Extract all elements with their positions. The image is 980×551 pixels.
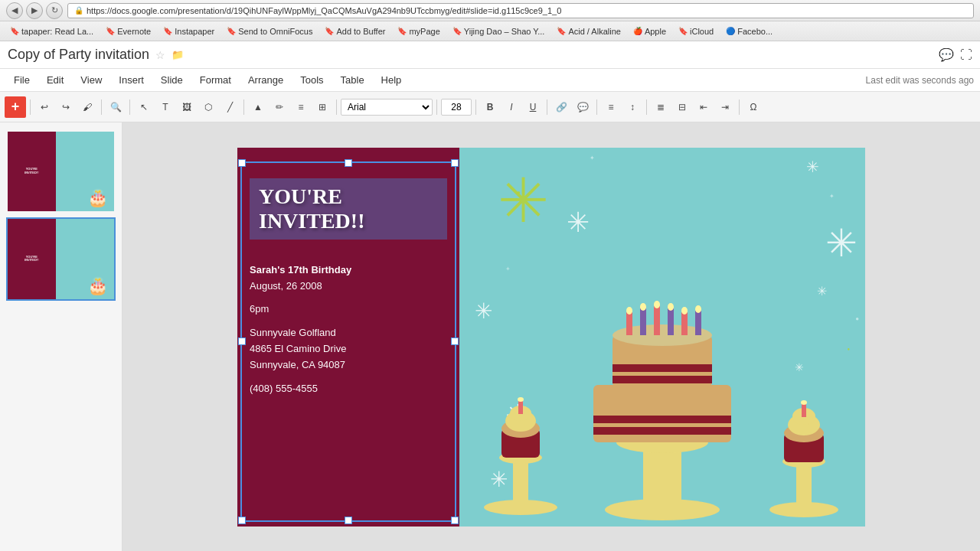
handle-bot-center[interactable] xyxy=(345,517,352,524)
paint-format-button[interactable]: 🖌 xyxy=(77,97,97,117)
refresh-button[interactable]: ↻ xyxy=(46,2,63,19)
menu-arrange[interactable]: Arrange xyxy=(240,71,291,89)
folder-icon[interactable]: 📁 xyxy=(172,49,184,60)
bookmark-omnifocus[interactable]: 🔖 Send to OmniFocus xyxy=(221,25,318,37)
shape-tool[interactable]: ⬡ xyxy=(198,97,218,117)
editor-area[interactable]: YOU'RE INVITED!! Sarah's 17th Birthday A… xyxy=(122,122,980,551)
invited-line2: INVITED!! xyxy=(259,209,364,233)
indent-decrease-button[interactable]: ⇤ xyxy=(694,97,714,117)
chat-icon[interactable]: 💬 xyxy=(939,47,954,62)
slide-left-panel: YOU'RE INVITED!! Sarah's 17th Birthday A… xyxy=(237,148,459,527)
handle-top-left[interactable] xyxy=(238,159,246,167)
doc-title[interactable]: Copy of Party invitation xyxy=(8,47,149,63)
title-area: Copy of Party invitation ☆ 📁 💬 ⛶ xyxy=(0,41,980,69)
image-tool[interactable]: 🖼 xyxy=(177,97,197,117)
menu-help[interactable]: Help xyxy=(374,71,410,89)
event-addr1: 4865 El Camino Drive xyxy=(250,341,447,357)
menu-view[interactable]: View xyxy=(73,71,109,89)
menu-format[interactable]: Format xyxy=(192,71,239,89)
add-slide-button[interactable]: + xyxy=(5,96,26,118)
toolbar-separator xyxy=(547,99,547,115)
bold-button[interactable]: B xyxy=(480,97,500,117)
slide-thumbnail-1[interactable]: YOU'REINVITED!! 🎂 xyxy=(6,130,116,213)
handle-mid-right[interactable] xyxy=(451,337,459,345)
svg-rect-21 xyxy=(654,306,660,335)
event-spacer2 xyxy=(250,318,447,325)
bookmark-label: Send to OmniFocus xyxy=(238,27,312,36)
address-bar[interactable]: 🔒 https://docs.google.com/presentation/d… xyxy=(67,3,974,18)
handle-bot-left[interactable] xyxy=(238,517,246,524)
bookmark-label: iCloud xyxy=(690,27,714,36)
forward-button[interactable]: ▶ xyxy=(26,2,43,19)
bookmark-apple[interactable]: 🍎 Apple xyxy=(628,25,671,37)
italic-button[interactable]: I xyxy=(501,97,521,117)
bookmark-instapaper[interactable]: 🔖 Instapaper xyxy=(158,25,220,37)
snowflake-3: ✳ xyxy=(567,209,590,236)
underline-button[interactable]: U xyxy=(523,97,543,117)
bookmark-label: Yijing Dao – Shao Y... xyxy=(464,27,545,36)
undo-button[interactable]: ↩ xyxy=(34,97,54,117)
menu-slide[interactable]: Slide xyxy=(153,71,191,89)
comment-button[interactable]: 💬 xyxy=(573,97,593,117)
menu-tools[interactable]: Tools xyxy=(292,71,331,89)
bookmark-evernote[interactable]: 🔖 Evernote xyxy=(100,25,156,37)
event-spacer xyxy=(250,294,447,302)
bullets-button[interactable]: ≣ xyxy=(651,97,671,117)
font-family-selector[interactable]: Arial xyxy=(341,99,433,116)
toolbar-separator xyxy=(101,99,102,115)
handle-top-center-edge[interactable] xyxy=(345,159,352,167)
handle-bot-right[interactable] xyxy=(451,517,459,524)
menu-insert[interactable]: Insert xyxy=(111,71,152,89)
redo-button[interactable]: ↪ xyxy=(56,97,76,117)
fill-color-button[interactable]: ▲ xyxy=(248,97,268,117)
align-left-button[interactable]: ≡ xyxy=(601,97,621,117)
menu-edit[interactable]: Edit xyxy=(39,71,71,89)
border-color-button[interactable]: ✏ xyxy=(270,97,289,117)
back-button[interactable]: ◀ xyxy=(6,2,23,19)
bookmark-icon: 🔖 xyxy=(163,27,172,35)
thumb-title-1: YOU'REINVITED!! xyxy=(24,168,38,175)
text-tool[interactable]: T xyxy=(155,97,175,117)
bookmark-mypage[interactable]: 🔖 myPage xyxy=(392,25,445,37)
svg-rect-38 xyxy=(802,403,806,417)
svg-rect-14 xyxy=(593,427,731,435)
line-tool[interactable]: ╱ xyxy=(220,97,240,117)
slide-thumbnail-2[interactable]: YOU'REINVITED!! 🎂 xyxy=(6,217,116,300)
menu-table[interactable]: Table xyxy=(333,71,372,89)
toolbar: + ↩ ↪ 🖌 🔍 ↖ T 🖼 ⬡ ╱ ▲ ✏ ≡ ⊞ Arial B I U … xyxy=(0,92,980,122)
star-icon[interactable]: ☆ xyxy=(155,49,165,61)
numbered-list-button[interactable]: ⊟ xyxy=(672,97,692,117)
bookmark-acid[interactable]: 🔖 Acid / Alkaline xyxy=(551,25,626,37)
invited-text: YOU'RE INVITED!! xyxy=(259,184,438,233)
cake-illustration xyxy=(459,236,865,527)
menu-file[interactable]: File xyxy=(6,71,38,89)
bookmark-label: Add to Buffer xyxy=(336,27,385,36)
thumb-cake-icon-2: 🎂 xyxy=(87,276,108,296)
bookmark-icon: 🔖 xyxy=(678,27,688,35)
handle-mid-left[interactable] xyxy=(238,337,246,345)
bookmark-icloud[interactable]: 🔖 iCloud xyxy=(673,25,719,37)
starburst-yellow-1: ✳ xyxy=(498,171,549,232)
line-spacing-button[interactable]: ↕ xyxy=(622,97,642,117)
text-align-button[interactable]: ≡ xyxy=(291,97,311,117)
toolbar-separator xyxy=(646,99,647,115)
bookmark-yijing[interactable]: 🔖 Yijing Dao – Shao Y... xyxy=(447,25,550,37)
indent-increase-button[interactable]: ⇥ xyxy=(715,97,735,117)
link-button[interactable]: 🔗 xyxy=(551,97,571,117)
bookmark-buffer[interactable]: 🔖 Add to Buffer xyxy=(319,25,390,37)
snowflake-2: ✦ xyxy=(829,194,835,200)
bookmark-facebook[interactable]: 🔵 Facebo... xyxy=(720,25,778,37)
handle-top-right[interactable] xyxy=(451,159,459,167)
toolbar-separator xyxy=(739,99,740,115)
bookmark-tapaper[interactable]: 🔖 tapaper: Read La... xyxy=(5,25,99,37)
font-size-input[interactable] xyxy=(441,99,472,116)
expand-icon[interactable]: ⛶ xyxy=(960,48,972,62)
cursor-tool[interactable]: ↖ xyxy=(134,97,154,117)
thumb-dark-2: YOU'REINVITED!! xyxy=(8,219,56,298)
special-chars-button[interactable]: Ω xyxy=(743,97,763,117)
event-phone: (408) 555-4555 xyxy=(250,381,447,397)
url-text: https://docs.google.com/presentation/d/1… xyxy=(87,6,561,15)
snowflake-1: ✳ xyxy=(806,159,819,174)
table-button[interactable]: ⊞ xyxy=(312,97,332,117)
zoom-button[interactable]: 🔍 xyxy=(106,97,126,117)
